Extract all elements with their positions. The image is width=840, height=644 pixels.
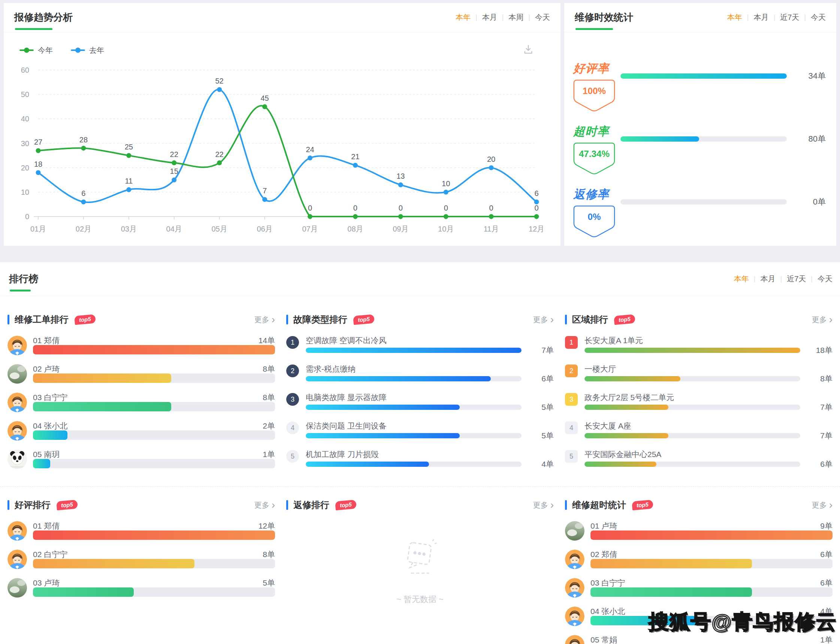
efficiency-tab-1[interactable]: 本年 — [727, 12, 742, 23]
legend-marker — [20, 49, 34, 51]
rank-row[interactable]: 03 白宁宁8单 — [8, 393, 275, 412]
avatar — [565, 606, 585, 626]
rank-bar-fill — [590, 559, 752, 568]
rank-row-main: 平安国际金融中心25A6单 — [585, 450, 832, 469]
rank-row[interactable]: 1空调故障 空调不出冷风7单 — [286, 336, 554, 355]
rank-count: 1单 — [263, 450, 275, 459]
efficiency-panel-header: 维修时效统计 本年|本月|近7天|今天 — [564, 3, 836, 32]
avatar — [565, 550, 585, 569]
rank-row[interactable]: 5平安国际金融中心25A6单 — [565, 450, 832, 469]
more-link[interactable]: 更多› — [533, 500, 554, 510]
svg-text:100%: 100% — [583, 86, 606, 96]
svg-text:60: 60 — [21, 66, 29, 74]
rank-row-main: 01 卢琦9单 — [590, 521, 832, 540]
rank-row-main: 保洁类问题 卫生间设备5单 — [306, 421, 554, 440]
svg-text:6: 6 — [534, 189, 538, 197]
rank-row[interactable]: 01 郑倩14单 — [8, 336, 275, 355]
rank-row[interactable]: 3政务大厅2层 5号楼二单元7单 — [565, 393, 832, 412]
rank-bar-fill — [590, 587, 752, 597]
rank-row[interactable]: 04 张小北2单 — [8, 421, 275, 440]
tab-separator: | — [528, 13, 530, 21]
trend-tab-3[interactable]: 本周 — [508, 12, 523, 23]
more-link[interactable]: 更多› — [812, 315, 832, 325]
trend-tab-4[interactable]: 今天 — [535, 12, 550, 23]
efficiency-tab-4[interactable]: 今天 — [811, 12, 826, 23]
svg-text:11月: 11月 — [484, 225, 499, 233]
avatar — [8, 550, 27, 569]
svg-text:20: 20 — [21, 164, 29, 172]
ranking-tab-2[interactable]: 本月 — [761, 274, 776, 284]
svg-text:24: 24 — [306, 145, 314, 154]
svg-text:0: 0 — [25, 212, 29, 221]
rank-bar-fill — [585, 433, 668, 438]
more-link[interactable]: 更多› — [533, 315, 554, 325]
rank-count: 5单 — [263, 578, 275, 587]
rank-row[interactable]: 01 郑倩12单 — [8, 521, 275, 540]
rank-bar-track — [585, 433, 800, 438]
more-link[interactable]: 更多› — [812, 500, 832, 510]
svg-text:0: 0 — [444, 204, 448, 212]
rank-row[interactable]: 5机加工故障 刀片损毁4单 — [286, 450, 554, 469]
svg-text:10月: 10月 — [438, 225, 454, 233]
rank-label: 一楼大厅 — [585, 365, 616, 373]
download-icon[interactable] — [522, 43, 534, 57]
rank-bar-fill — [590, 531, 832, 540]
rank-row-main: 01 郑倩14单 — [33, 336, 275, 355]
rank-row-main: 长安大厦A 1单元18单 — [585, 336, 832, 355]
svg-text:02月: 02月 — [76, 225, 91, 233]
rank-bar-track — [33, 430, 275, 440]
rank-row[interactable]: 1长安大厦A 1单元18单 — [565, 336, 832, 355]
more-link[interactable]: 更多› — [255, 500, 275, 510]
rank-row[interactable]: 03 卢琦5单 — [8, 578, 275, 598]
rank-row[interactable]: 03 白宁宁6单 — [565, 578, 832, 598]
stat-label: 返修率 — [573, 187, 620, 202]
rank-row-main: 03 白宁宁8单 — [33, 393, 275, 412]
more-link[interactable]: 更多› — [255, 315, 275, 325]
rank-bar-track — [306, 462, 521, 467]
svg-text:0: 0 — [353, 204, 357, 212]
chevron-right-icon: › — [551, 501, 554, 509]
rank-row[interactable]: 02 卢琦8单 — [8, 364, 275, 384]
trend-tab-1[interactable]: 本年 — [455, 12, 470, 23]
rank-count: 7单 — [802, 430, 832, 441]
top5-badge: top5 — [56, 500, 78, 511]
rank-row[interactable]: 2一楼大厅8单 — [565, 364, 832, 384]
rank-bar-track — [306, 433, 521, 438]
rank-row[interactable]: 01 卢琦9单 — [565, 521, 832, 540]
trend-tab-2[interactable]: 本月 — [482, 12, 497, 23]
rank-row[interactable]: 02 白宁宁8单 — [8, 550, 275, 569]
ranking-tab-4[interactable]: 今天 — [817, 274, 832, 284]
svg-text:6: 6 — [81, 189, 85, 197]
rank-panel-header: 维修工单排行top5更多› — [8, 312, 275, 327]
rank-label: 长安大厦A 1单元 — [585, 336, 643, 345]
tab-separator: | — [804, 13, 806, 21]
rank-row[interactable]: 3电脑类故障 显示器故障5单 — [286, 393, 554, 412]
rank-count: 5单 — [524, 430, 554, 441]
legend-item-今年[interactable]: 今年 — [20, 45, 53, 56]
stat-bar-track — [620, 199, 787, 205]
stat-bar — [620, 124, 797, 179]
rank-row[interactable]: 4长安大厦 A座7单 — [565, 421, 832, 440]
svg-text:0: 0 — [308, 204, 312, 212]
rank-row[interactable]: 05 南玥1单 — [8, 450, 275, 469]
legend-item-去年[interactable]: 去年 — [71, 45, 104, 56]
rank-badge: 3 — [565, 393, 578, 406]
ranking-tab-1[interactable]: 本年 — [734, 274, 749, 284]
stat-bar-track — [620, 74, 787, 79]
svg-text:40: 40 — [21, 115, 29, 123]
rank-row[interactable]: 02 郑倩6单 — [565, 550, 832, 569]
rank-row[interactable]: 2需求-税点缴纳6单 — [286, 364, 554, 384]
rank-bar-track — [33, 402, 275, 411]
rank-panel-header: 故障类型排行top5更多› — [286, 312, 554, 327]
rank-row[interactable]: 05 常娟1单 — [565, 635, 832, 644]
rank-bar-track — [33, 345, 275, 355]
rank-and-name: 02 卢琦 — [33, 365, 59, 373]
percent-badge: 0% — [573, 205, 615, 238]
rank-label: 政务大厅2层 5号楼二单元 — [585, 393, 674, 402]
efficiency-tab-3[interactable]: 近7天 — [780, 12, 799, 23]
efficiency-tab-2[interactable]: 本月 — [754, 12, 769, 23]
rank-and-name: 04 张小北 — [33, 421, 67, 430]
svg-text:10: 10 — [442, 179, 450, 188]
ranking-tab-3[interactable]: 近7天 — [787, 274, 806, 284]
rank-row[interactable]: 4保洁类问题 卫生间设备5单 — [286, 421, 554, 440]
